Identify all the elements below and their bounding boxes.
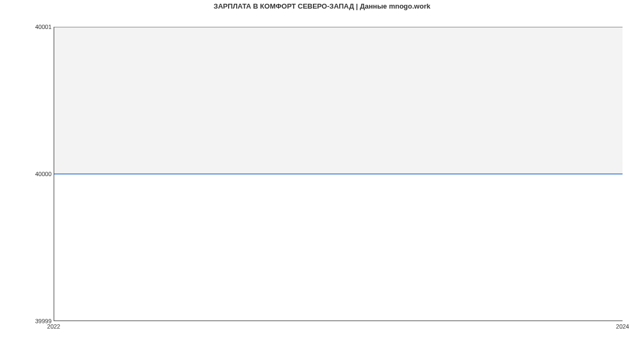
data-series-line — [54, 173, 623, 174]
chart-title: ЗАРПЛАТА В КОМФОРТ СЕВЕРО-ЗАПАД | Данные… — [0, 2, 644, 10]
y-tick-label: 40000 — [35, 171, 52, 177]
y-tick-label: 40001 — [35, 24, 52, 30]
x-tick-label: 2024 — [616, 323, 629, 330]
gridline-top — [54, 27, 623, 27]
alt-band — [54, 27, 623, 174]
x-tick-label: 2022 — [47, 323, 60, 330]
chart-container: ЗАРПЛАТА В КОМФОРТ СЕВЕРО-ЗАПАД | Данные… — [0, 0, 644, 349]
plot-area — [54, 27, 623, 321]
